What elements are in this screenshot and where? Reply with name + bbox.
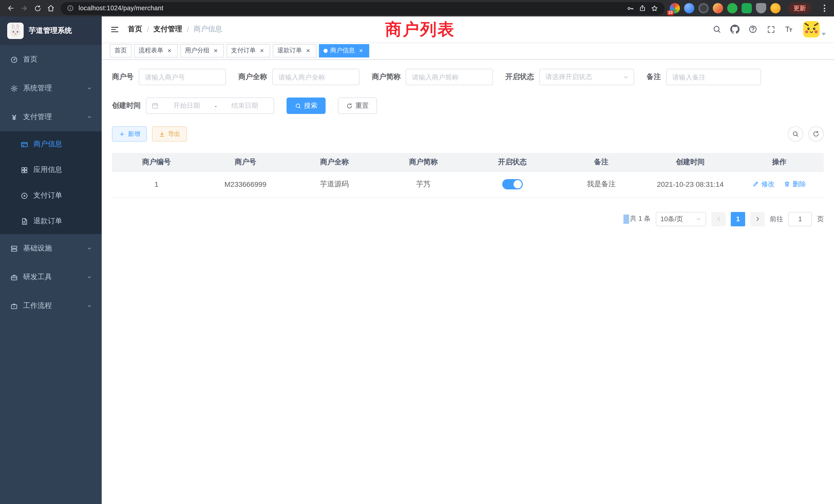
extension-icon-6[interactable] (742, 3, 752, 13)
tab-bar: 首页 流程表单 用户分组 支付订单 退款订单 (102, 42, 834, 60)
col-create-time: 创建时间 (646, 153, 735, 171)
calendar-icon (152, 102, 159, 109)
cell-actions: 修改 删除 (735, 171, 824, 197)
search-icon[interactable] (712, 25, 722, 34)
tab-process-form[interactable]: 流程表单 (134, 44, 178, 57)
gear-icon (10, 85, 18, 92)
hamburger-icon[interactable] (110, 24, 120, 34)
add-button[interactable]: 新增 (112, 126, 147, 142)
edit-link[interactable]: 修改 (753, 180, 775, 189)
close-icon[interactable] (166, 47, 173, 54)
browser-update-button[interactable]: 更新 (788, 3, 811, 14)
extension-icon-4[interactable] (713, 3, 723, 13)
share-icon[interactable] (639, 5, 646, 12)
tab-user-group[interactable]: 用户分组 (180, 44, 224, 57)
prev-page-button[interactable] (711, 212, 726, 226)
sidebar-item-refund-order[interactable]: 退款订单 (0, 208, 102, 234)
close-icon[interactable] (357, 47, 365, 54)
tab-refund-order[interactable]: 退款订单 (273, 44, 316, 57)
extension-icon-8[interactable] (770, 3, 781, 13)
cell-merchant-id: 1 (112, 171, 201, 197)
refund-doc-icon (21, 217, 28, 225)
sidebar-item-pay[interactable]: ¥ 支付管理 (0, 102, 102, 131)
filter-status: 开启状态 请选择开启状态 (505, 69, 634, 85)
page-number-button[interactable]: 1 (731, 212, 745, 226)
col-merchant-id: 商户编号 (112, 153, 201, 171)
sidebar-item-home[interactable]: 首页 (0, 45, 102, 74)
fullscreen-icon[interactable] (766, 25, 775, 34)
status-toggle[interactable] (502, 179, 523, 189)
cell-create-time: 2021-10-23 08:31:14 (646, 171, 735, 197)
toggle-search-button[interactable] (788, 126, 803, 142)
sidebar-item-app-info[interactable]: 应用信息 (0, 157, 102, 183)
delete-link[interactable]: 删除 (784, 180, 806, 189)
extension-icon-7[interactable] (756, 3, 766, 13)
chevron-down-icon (695, 216, 702, 222)
browser-home-button[interactable] (44, 2, 58, 15)
sidebar-item-infra[interactable]: 基础设施 (0, 234, 102, 263)
status-label: 开启状态 (505, 72, 534, 82)
close-icon[interactable] (258, 47, 265, 54)
extension-icon-3[interactable] (698, 3, 709, 13)
sidebar-item-merchant-info[interactable]: 商户信息 (0, 131, 102, 157)
browser-back-button[interactable] (4, 2, 18, 15)
sidebar-item-devtools[interactable]: 研发工具 (0, 263, 102, 292)
tab-home[interactable]: 首页 (110, 44, 131, 57)
full-name-input[interactable] (272, 69, 359, 85)
browser-forward-button[interactable] (18, 2, 31, 15)
navbar-actions (712, 21, 826, 38)
refresh-icon (812, 130, 820, 138)
export-button[interactable]: 导出 (152, 126, 187, 142)
screen: localhost:1024/pay/merchant 10 (0, 0, 834, 504)
goto-page-input[interactable] (788, 212, 812, 226)
home-icon (47, 4, 55, 12)
extension-icon-5[interactable] (727, 3, 738, 13)
close-icon[interactable] (212, 47, 219, 54)
briefcase-icon (10, 302, 18, 310)
back-arrow-icon (7, 4, 15, 12)
filter-merchant-no: 商户号 (112, 69, 226, 85)
tab-merchant-info[interactable]: 商户信息 (319, 44, 369, 57)
avatar-image (803, 21, 820, 38)
font-size-icon[interactable] (784, 25, 793, 34)
logo-image (7, 23, 24, 39)
help-icon[interactable] (748, 25, 758, 34)
sidebar-item-system[interactable]: 系统管理 (0, 74, 102, 102)
key-icon[interactable] (627, 4, 634, 12)
date-range-picker[interactable]: 开始日期 - 结束日期 (146, 97, 274, 114)
info-icon[interactable] (67, 5, 74, 12)
remark-label: 备注 (646, 72, 661, 82)
short-name-label: 商户简称 (372, 72, 400, 82)
breadcrumb-home[interactable]: 首页 (128, 25, 142, 34)
remark-input[interactable] (666, 69, 761, 85)
search-button[interactable]: 搜索 (287, 97, 326, 114)
main-area: 首页 / 支付管理 / 商户信息 (102, 17, 834, 504)
tab-pay-order[interactable]: 支付订单 (226, 44, 270, 57)
browser-menu-button[interactable] (818, 3, 830, 14)
refresh-table-button[interactable] (808, 126, 824, 142)
breadcrumb-pay[interactable]: 支付管理 (154, 25, 182, 34)
close-icon[interactable] (305, 47, 312, 54)
reset-button[interactable]: 重置 (338, 97, 377, 114)
search-icon (792, 130, 799, 138)
extension-icon-2[interactable] (684, 3, 694, 13)
browser-reload-button[interactable] (31, 2, 44, 15)
merchant-no-input[interactable] (139, 69, 226, 85)
next-page-button[interactable] (750, 212, 765, 226)
github-icon[interactable] (730, 25, 740, 34)
merchant-no-label: 商户号 (112, 72, 133, 82)
chevron-down-icon (622, 74, 629, 80)
app-logo[interactable]: 芋道管理系统 (0, 17, 102, 45)
address-bar[interactable]: localhost:1024/pay/merchant (61, 2, 664, 15)
user-avatar[interactable] (803, 21, 826, 38)
sidebar-item-pay-order[interactable]: 支付订单 (0, 183, 102, 208)
page-size-select[interactable]: 10条/页 (656, 212, 706, 226)
star-icon[interactable] (651, 4, 658, 12)
download-icon (159, 131, 166, 137)
plus-icon (118, 131, 125, 137)
status-select[interactable]: 请选择开启状态 (539, 69, 634, 85)
chevron-left-icon (715, 215, 722, 222)
short-name-input[interactable] (406, 69, 493, 85)
sidebar-item-workflow[interactable]: 工作流程 (0, 292, 102, 320)
extension-icon-1[interactable]: 10 (670, 3, 680, 13)
